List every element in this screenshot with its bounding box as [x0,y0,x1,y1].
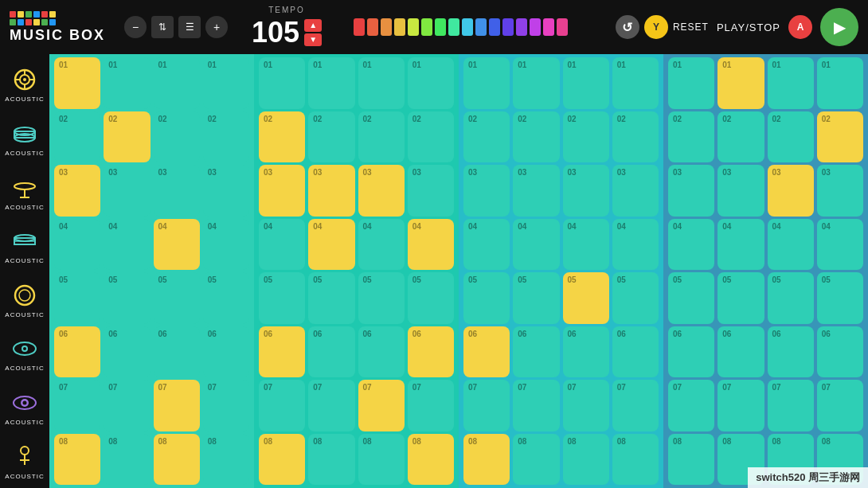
grid-cell-s3-r5-c1[interactable]: 05 [463,272,510,324]
grid-cell-s3-r4-c2[interactable]: 04 [513,219,559,271]
grid-cell-s1-r1-c1[interactable]: 01 [54,57,100,109]
grid-cell-s2-r3-c4[interactable]: 03 [408,165,454,217]
grid-cell-s3-r6-c1[interactable]: 06 [463,326,510,378]
grid-cell-s4-r6-c2[interactable]: 06 [717,326,764,378]
grid-cell-s3-r3-c2[interactable]: 03 [513,165,559,217]
grid-cell-s2-r6-c3[interactable]: 06 [358,326,405,378]
grid-cell-s2-r3-c3[interactable]: 03 [358,165,405,217]
grid-cell-s4-r8-c1[interactable]: 08 [668,434,714,486]
grid-cell-s1-r2-c3[interactable]: 02 [154,111,200,163]
grid-cell-s2-r5-c3[interactable]: 05 [358,272,405,324]
grid-cell-s1-r1-c3[interactable]: 01 [154,57,200,109]
y-button[interactable]: Y [644,15,668,39]
grid-cell-s4-r5-c2[interactable]: 05 [717,272,764,324]
grid-cell-s3-r7-c3[interactable]: 07 [563,380,609,431]
grid-cell-s1-r6-c1[interactable]: 06 [54,326,100,378]
grid-cell-s3-r4-c1[interactable]: 04 [463,219,510,271]
settings-button[interactable]: ☰ [178,16,201,38]
grid-cell-s2-r3-c2[interactable]: 03 [308,165,354,217]
grid-cell-s1-r8-c2[interactable]: 08 [104,434,150,486]
grid-cell-s1-r2-c1[interactable]: 02 [54,111,100,163]
grid-cell-s1-r8-c1[interactable]: 08 [54,434,100,486]
grid-cell-s1-r4-c1[interactable]: 04 [54,219,100,271]
grid-cell-s1-r7-c4[interactable]: 07 [203,380,249,431]
grid-cell-s1-r7-c1[interactable]: 07 [54,380,100,431]
grid-cell-s1-r4-c4[interactable]: 04 [203,219,249,271]
tempo-down-button[interactable]: ▼ [304,33,322,46]
grid-cell-s1-r6-c4[interactable]: 06 [203,326,249,378]
sidebar-item-8[interactable]: ACOUSTIC [0,434,49,488]
grid-cell-s4-r2-c4[interactable]: 02 [817,111,863,163]
grid-cell-s3-r7-c2[interactable]: 07 [513,380,559,431]
grid-cell-s2-r7-c4[interactable]: 07 [408,380,454,431]
grid-cell-s2-r1-c3[interactable]: 01 [358,57,405,109]
grid-cell-s2-r8-c3[interactable]: 08 [358,434,405,486]
grid-cell-s3-r5-c4[interactable]: 05 [612,272,659,324]
grid-cell-s4-r1-c1[interactable]: 01 [668,57,714,109]
grid-cell-s4-r6-c3[interactable]: 06 [768,326,814,378]
grid-cell-s3-r2-c4[interactable]: 02 [612,111,659,163]
grid-cell-s1-r8-c4[interactable]: 08 [203,434,249,486]
grid-cell-s3-r1-c2[interactable]: 01 [513,57,559,109]
sidebar-item-7[interactable]: ACOUSTIC [0,381,49,435]
grid-cell-s4-r3-c2[interactable]: 03 [717,165,764,217]
grid-cell-s1-r4-c2[interactable]: 04 [104,219,150,271]
grid-cell-s3-r1-c4[interactable]: 01 [612,57,659,109]
grid-cell-s3-r1-c3[interactable]: 01 [563,57,609,109]
grid-cell-s2-r3-c1[interactable]: 03 [259,165,305,217]
grid-cell-s2-r5-c1[interactable]: 05 [259,272,305,324]
grid-cell-s2-r7-c3[interactable]: 07 [358,380,405,431]
grid-cell-s3-r2-c3[interactable]: 02 [563,111,609,163]
sort-button[interactable]: ⇅ [151,16,174,38]
grid-cell-s2-r7-c2[interactable]: 07 [308,380,354,431]
sidebar-item-1[interactable]: ACOUSTIC [0,57,49,111]
grid-cell-s4-r7-c4[interactable]: 07 [817,380,863,431]
grid-cell-s1-r4-c3[interactable]: 04 [154,219,200,271]
grid-cell-s3-r1-c1[interactable]: 01 [463,57,510,109]
sidebar-item-3[interactable]: ACOUSTIC [0,165,49,219]
grid-cell-s2-r4-c1[interactable]: 04 [259,219,305,271]
grid-cell-s4-r5-c1[interactable]: 05 [668,272,714,324]
grid-cell-s4-r4-c2[interactable]: 04 [717,219,764,271]
grid-cell-s1-r1-c4[interactable]: 01 [203,57,249,109]
grid-cell-s2-r5-c2[interactable]: 05 [308,272,354,324]
grid-cell-s1-r6-c2[interactable]: 06 [104,326,150,378]
grid-cell-s1-r7-c3[interactable]: 07 [154,380,200,431]
grid-cell-s1-r5-c3[interactable]: 05 [154,272,200,324]
grid-cell-s1-r3-c1[interactable]: 03 [54,165,100,217]
grid-cell-s1-r2-c4[interactable]: 02 [203,111,249,163]
plus-button[interactable]: + [205,16,228,38]
grid-cell-s2-r8-c4[interactable]: 08 [408,434,454,486]
grid-cell-s4-r2-c2[interactable]: 02 [717,111,764,163]
grid-cell-s4-r6-c1[interactable]: 06 [668,326,714,378]
grid-cell-s4-r1-c4[interactable]: 01 [817,57,863,109]
grid-cell-s3-r6-c4[interactable]: 06 [612,326,659,378]
grid-cell-s1-r7-c2[interactable]: 07 [104,380,150,431]
grid-cell-s4-r3-c4[interactable]: 03 [817,165,863,217]
grid-cell-s2-r2-c2[interactable]: 02 [308,111,354,163]
grid-cell-s2-r4-c3[interactable]: 04 [358,219,405,271]
grid-cell-s1-r3-c4[interactable]: 03 [203,165,249,217]
grid-cell-s3-r6-c2[interactable]: 06 [513,326,559,378]
grid-cell-s4-r1-c3[interactable]: 01 [768,57,814,109]
play-button[interactable]: ▶ [820,8,858,46]
grid-cell-s4-r7-c3[interactable]: 07 [768,380,814,431]
sidebar-item-6[interactable]: ACOUSTIC [0,326,49,381]
grid-cell-s2-r8-c1[interactable]: 08 [259,434,305,486]
grid-cell-s2-r4-c2[interactable]: 04 [308,219,354,271]
sidebar-item-5[interactable]: ACOUSTIC [0,273,49,327]
minus-button[interactable]: − [124,16,147,38]
grid-cell-s2-r6-c2[interactable]: 06 [308,326,354,378]
grid-cell-s3-r5-c3[interactable]: 05 [563,272,609,324]
grid-cell-s3-r6-c3[interactable]: 06 [563,326,609,378]
grid-cell-s4-r7-c2[interactable]: 07 [717,380,764,431]
grid-cell-s1-r5-c1[interactable]: 05 [54,272,100,324]
grid-cell-s1-r3-c2[interactable]: 03 [104,165,150,217]
grid-cell-s2-r7-c1[interactable]: 07 [259,380,305,431]
grid-cell-s1-r6-c3[interactable]: 06 [154,326,200,378]
grid-cell-s4-r4-c1[interactable]: 04 [668,219,714,271]
grid-cell-s3-r3-c3[interactable]: 03 [563,165,609,217]
grid-cell-s3-r3-c1[interactable]: 03 [463,165,510,217]
grid-cell-s4-r7-c1[interactable]: 07 [668,380,714,431]
grid-cell-s2-r2-c4[interactable]: 02 [408,111,454,163]
